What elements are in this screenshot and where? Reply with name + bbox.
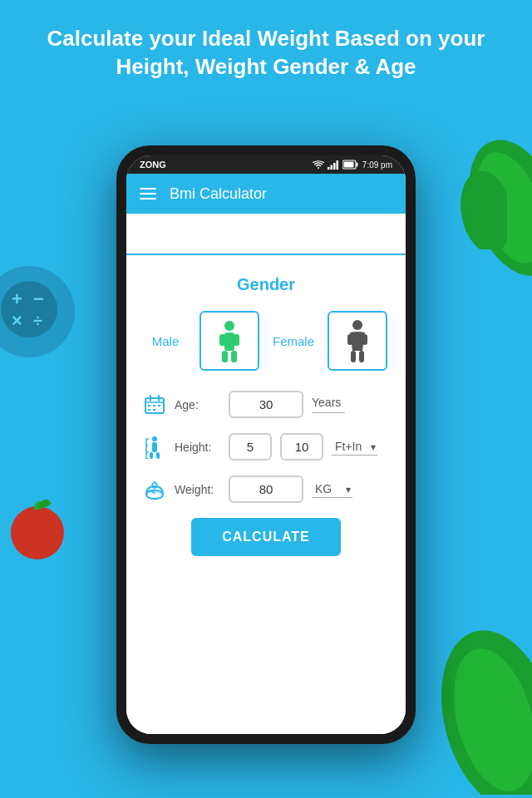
svg-rect-12 — [328, 167, 330, 170]
male-label: Male — [145, 334, 186, 348]
svg-rect-41 — [150, 452, 153, 459]
svg-rect-28 — [347, 334, 352, 345]
wifi-icon — [313, 160, 324, 170]
svg-rect-14 — [333, 163, 336, 170]
status-icons: 7:09 pm — [313, 160, 392, 170]
gender-selector-row: Male Female — [143, 311, 389, 371]
svg-rect-17 — [356, 163, 357, 167]
svg-rect-26 — [351, 351, 356, 362]
scale-icon — [145, 480, 165, 500]
svg-rect-40 — [152, 442, 157, 452]
svg-rect-36 — [158, 405, 160, 406]
weight-input[interactable] — [229, 475, 303, 503]
time-display: 7:09 pm — [362, 160, 392, 170]
svg-point-19 — [224, 321, 234, 331]
svg-rect-34 — [148, 405, 150, 406]
phone-screen: ZONG — [126, 155, 406, 734]
app-title: Bmi Calculator — [170, 185, 267, 203]
svg-rect-18 — [343, 162, 353, 168]
height-unit-wrapper: Ft+In Cm — [332, 438, 377, 456]
male-figure-icon — [214, 319, 245, 362]
svg-rect-20 — [224, 332, 234, 351]
white-banner — [126, 214, 406, 255]
svg-rect-13 — [330, 165, 332, 170]
svg-rect-22 — [231, 351, 237, 362]
carrier-name: ZONG — [140, 160, 166, 170]
signal-icon — [328, 160, 339, 170]
app-bar: Bmi Calculator — [126, 174, 406, 214]
svg-text:−: − — [33, 288, 44, 309]
female-figure-icon — [342, 319, 373, 362]
svg-text:×: × — [12, 310, 22, 331]
svg-point-6 — [466, 143, 532, 272]
weight-unit-wrapper: KG LBS — [312, 480, 352, 498]
age-input[interactable] — [229, 391, 303, 418]
phone-outer-shell: ZONG — [116, 145, 416, 744]
svg-rect-29 — [362, 334, 367, 345]
age-icon — [143, 393, 166, 416]
svg-point-25 — [352, 320, 362, 330]
svg-rect-38 — [153, 409, 155, 411]
height-ft-input[interactable] — [229, 433, 272, 461]
svg-point-0 — [1, 281, 57, 337]
svg-rect-42 — [156, 452, 160, 459]
height-label: Height: — [175, 441, 220, 454]
weight-unit-select[interactable]: KG LBS — [312, 480, 352, 498]
leaf-right-top — [466, 133, 532, 286]
content-area: Gender Male Femal — [126, 255, 406, 734]
hamburger-menu-button[interactable] — [140, 188, 156, 200]
svg-rect-27 — [359, 351, 364, 362]
svg-point-9 — [432, 618, 532, 795]
svg-text:÷: ÷ — [33, 312, 42, 330]
svg-point-10 — [440, 639, 532, 795]
svg-rect-23 — [219, 334, 225, 346]
height-unit-select[interactable]: Ft+In Cm — [332, 438, 377, 456]
ruler-figure-icon — [145, 436, 165, 459]
svg-rect-15 — [336, 160, 338, 170]
height-icon — [143, 436, 166, 459]
age-unit: Years — [312, 396, 345, 413]
svg-point-11 — [457, 167, 507, 249]
svg-point-39 — [152, 436, 157, 441]
svg-rect-24 — [234, 334, 239, 346]
gender-section-title: Gender — [143, 275, 389, 294]
hamburger-line-3 — [140, 198, 156, 200]
svg-rect-37 — [148, 409, 150, 411]
tomato-decoration — [0, 487, 75, 565]
leaf-bottom-right — [432, 612, 532, 798]
calculate-button[interactable]: CALCULATE — [191, 518, 341, 556]
phone-mockup: ZONG — [116, 145, 416, 744]
hamburger-line-2 — [140, 193, 156, 195]
calendar-icon — [145, 395, 165, 415]
svg-rect-35 — [153, 405, 155, 406]
height-row: Height: Ft+In Cm — [143, 433, 389, 461]
math-circle-decoration: + − × ÷ — [0, 266, 75, 357]
female-gender-box[interactable] — [328, 311, 387, 371]
svg-point-7 — [11, 506, 64, 559]
battery-icon — [342, 160, 359, 170]
weight-label: Weight: — [175, 483, 220, 496]
svg-text:+: + — [12, 288, 22, 309]
math-symbols-icon: + − × ÷ — [0, 280, 58, 344]
svg-point-5 — [466, 133, 532, 283]
hamburger-line-1 — [140, 188, 156, 190]
height-in-input[interactable] — [280, 433, 323, 461]
header-title: Calculate your Ideal Weight Based on you… — [0, 0, 532, 98]
female-label: Female — [273, 334, 314, 348]
svg-rect-21 — [222, 351, 228, 362]
weight-icon — [143, 478, 166, 501]
leaf-mid-right — [457, 166, 507, 253]
male-gender-box[interactable] — [200, 311, 259, 371]
age-label: Age: — [175, 398, 220, 411]
age-row: Age: Years — [143, 391, 389, 418]
weight-row: Weight: KG LBS — [143, 475, 389, 503]
status-bar: ZONG — [126, 155, 406, 174]
